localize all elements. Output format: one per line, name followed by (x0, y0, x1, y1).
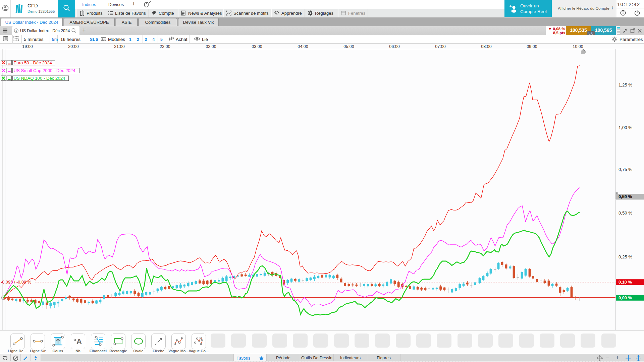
svg-text:0,10 %: 0,10 % (619, 280, 632, 285)
svg-text:22:00: 22:00 (160, 44, 170, 49)
svg-text:1,25 %: 1,25 % (619, 82, 632, 87)
svg-text:A: A (76, 337, 82, 346)
svg-text:US Small Cap 2000 - Déc 2024: US Small Cap 2000 - Déc 2024 (14, 68, 75, 73)
svg-text:09:00: 09:00 (527, 44, 537, 49)
svg-text:-0,095 / -0,09 %: -0,095 / -0,09 % (1, 280, 31, 285)
svg-text:1,00 %: 1,00 % (619, 125, 632, 130)
svg-text:0,59 %: 0,59 % (619, 194, 632, 199)
svg-text:1: 1 (15, 29, 17, 33)
svg-text:21:00: 21:00 (114, 44, 124, 49)
svg-text:0,75 %: 0,75 % (619, 167, 632, 172)
svg-text:0,00 %: 0,00 % (619, 295, 632, 300)
svg-text:02:00: 02:00 (206, 44, 216, 49)
svg-text:20:00: 20:00 (68, 44, 78, 49)
svg-text:05:00: 05:00 (343, 44, 354, 49)
svg-text:19:00: 19:00 (22, 44, 33, 49)
svg-text:0,25 %: 0,25 % (619, 254, 632, 259)
svg-text:08:00: 08:00 (481, 44, 491, 49)
svg-text:Euro 50 - Déc 2024: Euro 50 - Déc 2024 (14, 60, 52, 65)
svg-text:07:00: 07:00 (435, 44, 445, 49)
svg-text:06:00: 06:00 (389, 44, 399, 49)
svg-text:10:00: 10:00 (573, 44, 583, 49)
svg-text:US NDAQ 100 - Déc 2024: US NDAQ 100 - Déc 2024 (14, 76, 65, 81)
svg-text:03:00: 03:00 (252, 44, 262, 49)
svg-text:0,50 %: 0,50 % (619, 210, 632, 216)
svg-text:04:00: 04:00 (298, 44, 308, 49)
